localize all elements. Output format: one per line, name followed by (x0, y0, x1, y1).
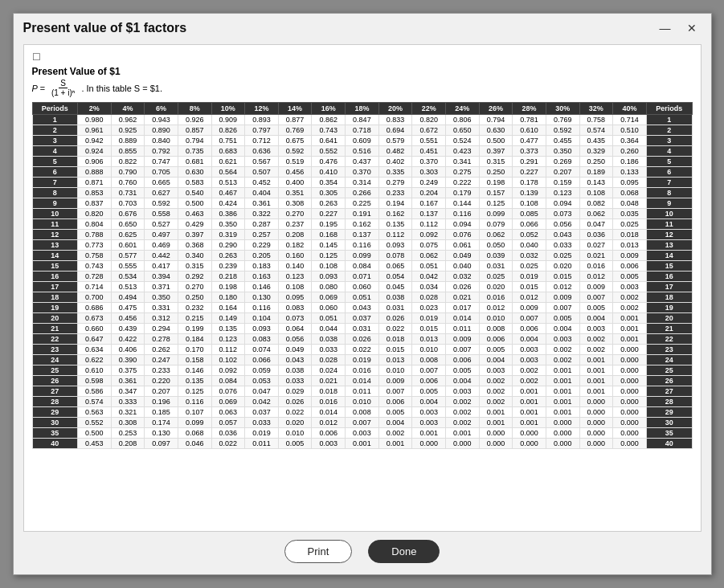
value-cell: 0.183 (245, 261, 279, 272)
value-cell: 0.093 (378, 240, 412, 251)
value-cell: 0.909 (211, 115, 245, 125)
value-cell: 0.015 (378, 345, 412, 355)
value-cell: 0.630 (479, 125, 513, 136)
value-cell: 0.116 (445, 209, 479, 219)
value-cell: 0.112 (378, 230, 412, 240)
value-cell: 0.008 (346, 407, 379, 418)
period-cell: 1 (646, 115, 692, 125)
value-cell: 0.718 (346, 125, 379, 136)
period-cell: 27 (646, 386, 692, 397)
value-cell: 0.083 (278, 303, 312, 313)
value-cell: 0.095 (613, 178, 647, 188)
table-header: Periods2%4%6%8%10%12%14%16%18%20%22%24%2… (32, 103, 692, 115)
value-cell: 0.000 (613, 386, 647, 397)
value-cell: 0.291 (513, 157, 546, 167)
table-row: 120.7880.6250.4970.3970.3190.2570.2080.1… (32, 230, 692, 240)
value-cell: 0.011 (445, 324, 479, 334)
period-cell: 12 (32, 230, 77, 240)
value-cell: 0.758 (579, 115, 613, 125)
value-cell: 0.021 (579, 251, 613, 261)
value-cell: 0.980 (77, 115, 111, 125)
value-cell: 0.050 (479, 240, 513, 251)
value-cell: 0.333 (111, 397, 145, 407)
value-cell: 0.686 (77, 303, 111, 313)
value-cell: 0.025 (613, 219, 647, 230)
table-row: 80.8530.7310.6270.5400.4670.4040.3510.30… (32, 188, 692, 198)
value-cell: 0.062 (579, 209, 613, 219)
value-cell: 0.925 (111, 125, 145, 136)
value-cell: 0.519 (278, 157, 312, 167)
value-cell: 0.003 (513, 355, 546, 365)
value-cell: 0.145 (312, 240, 346, 251)
value-cell: 0.005 (579, 303, 613, 313)
value-cell: 0.123 (211, 334, 245, 345)
value-cell: 0.437 (346, 157, 379, 167)
value-cell: 0.833 (378, 115, 412, 125)
value-cell: 0.162 (346, 219, 379, 230)
formula-denom: (1 + i)ⁿ (50, 88, 77, 97)
value-cell: 0.290 (211, 240, 245, 251)
value-cell: 0.002 (445, 407, 479, 418)
value-cell: 0.700 (77, 292, 111, 303)
period-cell: 1 (32, 115, 77, 125)
value-cell: 0.008 (412, 355, 446, 365)
value-cell: 0.005 (378, 407, 412, 418)
value-cell: 0.621 (211, 157, 245, 167)
value-cell: 0.714 (613, 115, 647, 125)
value-cell: 0.270 (178, 282, 211, 292)
period-cell: 35 (646, 428, 692, 439)
value-cell: 0.292 (178, 272, 211, 282)
value-cell: 0.705 (145, 167, 178, 178)
value-cell: 0.001 (613, 313, 647, 324)
table-row: 100.8200.6760.5580.4630.3860.3220.2700.2… (32, 209, 692, 219)
value-cell: 0.012 (579, 272, 613, 282)
value-cell: 0.012 (513, 292, 546, 303)
formula-note: . In this table S = $1. (81, 84, 162, 93)
value-cell: 0.239 (211, 261, 245, 272)
period-cell: 12 (646, 230, 692, 240)
value-cell: 0.020 (546, 261, 579, 272)
table-row: 70.8710.7600.6650.5830.5130.4520.4000.35… (32, 178, 692, 188)
value-cell: 0.350 (546, 146, 579, 157)
value-cell: 0.168 (312, 230, 346, 240)
value-cell: 0.012 (479, 303, 513, 313)
table-row: 220.6470.4220.2780.1840.1230.0830.0560.0… (32, 334, 692, 345)
value-cell: 0.424 (211, 198, 245, 209)
value-cell: 0.093 (245, 324, 279, 334)
value-cell: 0.000 (613, 418, 647, 428)
table-row: 300.5520.3080.1740.0990.0570.0330.0200.0… (32, 418, 692, 428)
value-cell: 0.191 (346, 209, 379, 219)
period-cell: 5 (32, 157, 77, 167)
value-cell: 0.125 (479, 198, 513, 209)
value-cell: 0.263 (211, 251, 245, 261)
close-button[interactable]: ✕ (682, 20, 702, 36)
value-cell: 0.322 (245, 209, 279, 219)
value-cell: 0.038 (278, 365, 312, 376)
value-cell: 0.007 (546, 303, 579, 313)
main-window: Present value of $1 factors — ✕ ☐ Presen… (13, 13, 712, 575)
value-cell: 0.305 (312, 188, 346, 198)
value-cell: 0.006 (513, 324, 546, 334)
value-cell: 0.000 (513, 428, 546, 439)
minimize-button[interactable]: — (655, 20, 676, 36)
value-cell: 0.196 (145, 397, 178, 407)
value-cell: 0.028 (412, 292, 446, 303)
value-cell: 0.743 (77, 261, 111, 272)
value-cell: 0.043 (546, 230, 579, 240)
value-cell: 0.003 (579, 324, 613, 334)
print-button[interactable]: Print (284, 540, 353, 563)
table-wrapper: Periods2%4%6%8%10%12%14%16%18%20%22%24%2… (32, 102, 693, 525)
value-cell: 0.099 (479, 209, 513, 219)
value-cell: 0.000 (613, 428, 647, 439)
value-cell: 0.040 (513, 240, 546, 251)
value-cell: 0.370 (412, 157, 446, 167)
value-cell: 0.010 (479, 313, 513, 324)
value-cell: 0.001 (546, 365, 579, 376)
value-cell: 0.003 (412, 418, 446, 428)
value-cell: 0.386 (211, 209, 245, 219)
inner-box: ☐ Present Value of $1 P = S (1 + i)ⁿ . I… (23, 44, 702, 532)
value-cell: 0.622 (77, 355, 111, 365)
done-button[interactable]: Done (368, 540, 440, 563)
value-cell: 0.195 (312, 219, 346, 230)
value-cell: 0.108 (312, 261, 346, 272)
